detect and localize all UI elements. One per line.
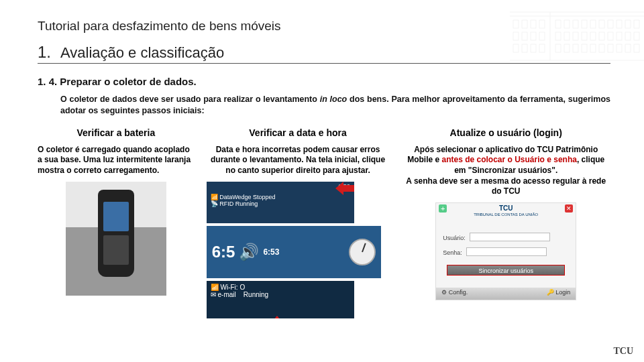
clock-large-text: 6:5 bbox=[212, 243, 235, 261]
svg-rect-33 bbox=[616, 32, 622, 40]
subsection-title: 1. 4. Preparar o coletor de dados. bbox=[38, 76, 610, 87]
clock-icon bbox=[349, 239, 376, 265]
svg-rect-25 bbox=[634, 20, 639, 28]
password-field-row: Senha: bbox=[443, 247, 547, 256]
background-building-illustration bbox=[510, 0, 644, 67]
svg-rect-36 bbox=[555, 44, 561, 52]
svg-rect-40 bbox=[590, 44, 596, 52]
wifi-label: 📶 Wi-Fi: O bbox=[211, 284, 350, 291]
svg-rect-32 bbox=[608, 32, 613, 40]
panel-subtitle: TRIBUNAL DE CONTAS DA UNIÃO bbox=[436, 213, 576, 217]
svg-rect-13 bbox=[531, 44, 536, 52]
svg-rect-28 bbox=[573, 32, 578, 40]
svg-rect-30 bbox=[590, 32, 596, 40]
svg-rect-19 bbox=[582, 20, 587, 28]
svg-rect-12 bbox=[522, 44, 527, 52]
svg-rect-16 bbox=[555, 20, 561, 28]
col2-screenshots: 6:52 📶 DataWedge Stopped 📡 RFID Running … bbox=[207, 182, 390, 318]
login-panel-screenshot: + ✕ TCU TRIBUNAL DE CONTAS DA UNIÃO Usuá… bbox=[435, 202, 576, 300]
col3-title: Atualize o usuário (login) bbox=[401, 127, 610, 138]
user-label: Usuário: bbox=[443, 235, 466, 241]
svg-rect-21 bbox=[599, 20, 604, 28]
config-button[interactable]: ⚙ Config. bbox=[441, 289, 468, 298]
svg-rect-29 bbox=[582, 32, 587, 40]
svg-rect-24 bbox=[625, 20, 631, 28]
svg-rect-3 bbox=[513, 20, 519, 28]
intro-text-em: in loco bbox=[320, 95, 347, 104]
intro-text: O coletor de dados deve ser usado para r… bbox=[60, 94, 610, 117]
password-input[interactable] bbox=[466, 247, 547, 256]
col1-body: O coletor é carregado quando acoplado a … bbox=[38, 145, 195, 176]
svg-rect-27 bbox=[564, 32, 570, 40]
password-label: Senha: bbox=[443, 249, 462, 256]
svg-rect-4 bbox=[522, 20, 527, 28]
speaker-icon: 🔊 bbox=[239, 243, 259, 261]
email-label: ✉ e-mail Running bbox=[211, 291, 350, 298]
svg-rect-44 bbox=[625, 44, 631, 52]
col2-title: Verificar a data e hora bbox=[207, 127, 390, 138]
sync-users-button[interactable]: Sincronizar usuários bbox=[447, 265, 565, 276]
svg-rect-5 bbox=[531, 20, 536, 28]
red-arrow-icon bbox=[343, 185, 354, 192]
svg-rect-18 bbox=[573, 20, 578, 28]
svg-rect-20 bbox=[590, 20, 596, 28]
svg-rect-45 bbox=[634, 44, 639, 52]
user-input[interactable] bbox=[470, 233, 550, 241]
svg-rect-11 bbox=[513, 44, 519, 52]
svg-rect-41 bbox=[599, 44, 604, 52]
login-button[interactable]: 🔑 Login bbox=[547, 289, 571, 298]
clock-small-text: 6:53 bbox=[263, 247, 279, 257]
svg-rect-14 bbox=[539, 44, 545, 52]
section-title: Avaliação e classificação bbox=[60, 44, 224, 62]
collector-device-photo bbox=[66, 182, 166, 296]
svg-rect-34 bbox=[625, 32, 631, 40]
svg-rect-22 bbox=[608, 20, 613, 28]
intro-text-a: O coletor de dados deve ser usado para r… bbox=[60, 95, 320, 104]
svg-rect-17 bbox=[564, 20, 570, 28]
user-field-row: Usuário: bbox=[443, 233, 550, 241]
section-number: 1. bbox=[38, 43, 51, 62]
col2-body: Data e hora incorretas podem causar erro… bbox=[207, 145, 390, 176]
col3-body: Após selecionar o aplicativo do TCU Patr… bbox=[401, 145, 610, 197]
svg-rect-35 bbox=[634, 32, 639, 40]
screenshot-line-rfid: 📡 RFID Running bbox=[211, 200, 350, 207]
panel-bottom-bar: ⚙ Config. 🔑 Login bbox=[436, 288, 576, 300]
footer-logo: TCU bbox=[613, 346, 633, 357]
col3-body-c: A senha deve ser a mesma do acesso regul… bbox=[406, 176, 606, 196]
svg-rect-42 bbox=[608, 44, 613, 52]
svg-rect-7 bbox=[513, 32, 519, 40]
svg-rect-43 bbox=[616, 44, 622, 52]
svg-rect-38 bbox=[573, 44, 578, 52]
device-illustration bbox=[98, 190, 134, 277]
svg-rect-10 bbox=[539, 32, 545, 40]
svg-rect-39 bbox=[582, 44, 587, 52]
svg-rect-23 bbox=[616, 20, 622, 28]
screenshot-clock-large: 6:5 🔊 6:53 bbox=[207, 226, 381, 278]
col1-title: Verificar a bateria bbox=[38, 127, 195, 138]
svg-rect-9 bbox=[531, 32, 536, 40]
col3-body-highlight: antes de colocar o Usuário e senha bbox=[442, 155, 577, 164]
svg-rect-8 bbox=[522, 32, 527, 40]
panel-logo: TCU bbox=[436, 204, 576, 212]
screenshot-wifi-panel: 📶 Wi-Fi: O ✉ e-mail Running bbox=[207, 281, 354, 318]
svg-rect-26 bbox=[555, 32, 561, 40]
screenshot-status-bar: 6:52 📶 DataWedge Stopped 📡 RFID Running bbox=[207, 182, 354, 223]
svg-rect-6 bbox=[539, 20, 545, 28]
svg-rect-31 bbox=[599, 32, 604, 40]
svg-rect-37 bbox=[564, 44, 570, 52]
screenshot-line-datawedge: 📶 DataWedge Stopped bbox=[211, 194, 350, 200]
